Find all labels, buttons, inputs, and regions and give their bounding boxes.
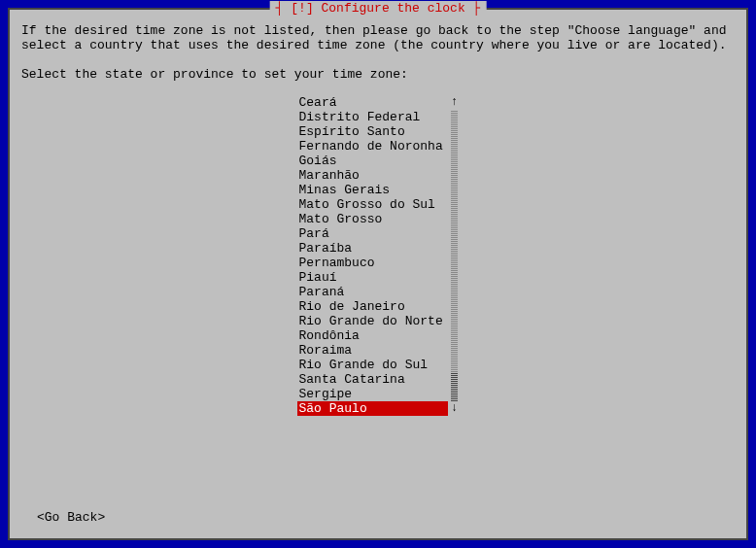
dialog-title-bracket-right: ├ — [465, 1, 481, 16]
instruction-text: If the desired time zone is not listed, … — [21, 23, 735, 52]
list-item[interactable]: São Paulo — [297, 401, 448, 416]
list-item[interactable]: Piauí — [297, 270, 448, 285]
dialog-title-text: [!] Configure the clock — [291, 1, 464, 16]
list-item[interactable]: Paraná — [297, 285, 448, 299]
list-item[interactable]: Distrito Federal — [297, 110, 448, 124]
timezone-list[interactable]: CearáDistrito FederalEspírito SantoFerna… — [297, 95, 448, 416]
configure-clock-dialog: ┤ [!] Configure the clock ├ If the desir… — [8, 8, 748, 540]
list-item[interactable]: Rio Grande do Sul — [297, 358, 448, 372]
go-back-button[interactable]: <Go Back> — [37, 510, 105, 525]
list-item[interactable]: Minas Gerais — [297, 183, 448, 197]
list-item[interactable]: Fernando de Noronha — [297, 139, 448, 154]
scroll-track[interactable] — [451, 110, 458, 401]
list-item[interactable]: Pará — [297, 226, 448, 241]
list-item[interactable]: Paraíba — [297, 241, 448, 256]
list-item[interactable]: Roraima — [297, 343, 448, 358]
list-item[interactable]: Pernambuco — [297, 256, 448, 270]
list-scrollbar[interactable]: ↑ ↓ — [450, 95, 460, 416]
list-item[interactable]: Mato Grosso do Sul — [297, 197, 448, 212]
prompt-text: Select the state or province to set your… — [21, 67, 735, 82]
list-item[interactable]: Maranhão — [297, 168, 448, 183]
list-item[interactable]: Rio Grande do Norte — [297, 314, 448, 328]
list-item[interactable]: Espírito Santo — [297, 124, 448, 139]
list-item[interactable]: Rondônia — [297, 328, 448, 343]
timezone-list-container: CearáDistrito FederalEspírito SantoFerna… — [297, 95, 460, 416]
scroll-down-arrow-icon[interactable]: ↓ — [451, 401, 458, 416]
list-item[interactable]: Ceará — [297, 95, 448, 110]
timezone-list-area: CearáDistrito FederalEspírito SantoFerna… — [21, 95, 735, 416]
list-item[interactable]: Mato Grosso — [297, 212, 448, 226]
list-item[interactable]: Santa Catarina — [297, 372, 448, 387]
dialog-title-bracket-left: ┤ — [276, 1, 292, 16]
list-item[interactable]: Rio de Janeiro — [297, 299, 448, 314]
list-item[interactable]: Goiás — [297, 154, 448, 168]
scroll-thumb[interactable] — [451, 372, 458, 401]
scroll-up-arrow-icon[interactable]: ↑ — [451, 95, 458, 110]
dialog-title: ┤ [!] Configure the clock ├ — [270, 1, 487, 16]
list-item[interactable]: Sergipe — [297, 387, 448, 401]
